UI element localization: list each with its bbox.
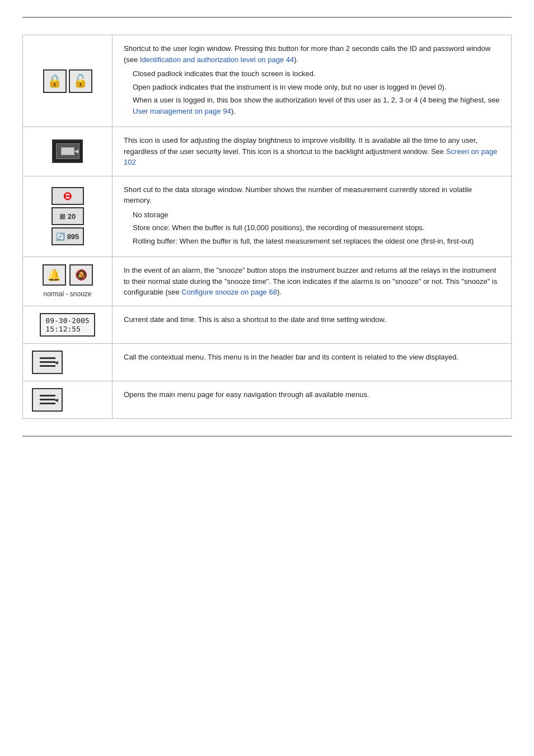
table-row: ◄ This icon is used for adjusting the di… [23, 127, 512, 176]
contextmenu-arrow-icon: ◄ [53, 359, 59, 366]
snooze-active-icon: 🔕 [75, 269, 87, 281]
snooze-desc-1: In the event of an alarm, the "snooze" b… [124, 265, 500, 298]
datetime-line1: 09-30-2005 [45, 316, 89, 325]
storage-desc-cell: Short cut to the data storage window. Nu… [113, 176, 512, 257]
closed-padlock-box[interactable]: 🔒 [43, 69, 67, 93]
mainmenu-desc-cell: Opens the main menu page for easy naviga… [113, 381, 512, 418]
snooze-icons: 🔔 🔕 normal - snooze [32, 264, 103, 298]
storage-desc-3: Store once: When the buffer is full (10,… [133, 222, 500, 234]
brightness-desc-cell: This icon is used for adjusting the disp… [113, 127, 512, 176]
datetime-desc-1: Current date and time. This is also a sh… [124, 314, 500, 325]
main-table: 🔒 🔓 Shortcut to the user login window. P… [22, 35, 512, 419]
snooze-active-box[interactable]: 🔕 [69, 264, 93, 286]
table-row: 09-30-2005 15:12:55 Current date and tim… [23, 306, 512, 343]
table-row: 🔔 🔕 normal - snooze In the event of an a… [23, 257, 512, 306]
storage-once-value: 20 [68, 212, 76, 221]
storage-once-box[interactable]: ▦ 20 [51, 207, 84, 225]
mainmenu-icon-box[interactable]: ◄ [32, 388, 63, 412]
open-padlock-box[interactable]: 🔓 [69, 69, 92, 93]
storage-nostorage-box[interactable]: ⊖ [51, 187, 84, 205]
datetime-icon-cell: 09-30-2005 15:12:55 [23, 306, 113, 343]
table-row: ◄ Call the contextual menu. This menu is… [23, 343, 512, 381]
snooze-row: 🔔 🔕 [43, 264, 93, 286]
datetime-desc-cell: Current date and time. This is also a sh… [113, 306, 512, 343]
storage-icon-cell: ⊖ ▦ 20 🔄 895 [23, 176, 113, 257]
open-padlock-icon: 🔓 [73, 74, 88, 88]
storage-desc-1: Short cut to the data storage window. Nu… [124, 184, 500, 206]
padlock-icon-cell: 🔒 🔓 [23, 35, 113, 127]
brightness-desc-1: This icon is used for adjusting the disp… [124, 135, 500, 168]
snooze-normal-box[interactable]: 🔔 [43, 264, 66, 286]
table-row: 🔒 🔓 Shortcut to the user login window. P… [23, 35, 512, 127]
padlock-desc-1: Shortcut to the user login window. Press… [124, 43, 500, 65]
bottom-rule [22, 436, 512, 437]
mainmenu-desc-1: Opens the main menu page for easy naviga… [124, 389, 500, 400]
contextmenu-desc-cell: Call the contextual menu. This menu is i… [113, 343, 512, 381]
padlock-desc-3: Open padlock indicates that the instrume… [133, 82, 500, 93]
brightness-icon-cell: ◄ [23, 127, 113, 176]
brightness-icon-box[interactable]: ◄ [52, 139, 83, 163]
mainmenu-icon-cell: ◄ [23, 381, 113, 418]
padlock-link-1[interactable]: Identification and authorization level o… [140, 55, 294, 64]
padlock-desc-4: When a user is logged in, this box show … [133, 95, 500, 116]
snooze-icon-cell: 🔔 🔕 normal - snooze [23, 257, 113, 306]
contextmenu-icon-cell: ◄ [23, 343, 113, 381]
storage-desc-4: Rolling buffer: When the buffer is full,… [133, 236, 500, 247]
storage-icons: ⊖ ▦ 20 🔄 895 [32, 187, 103, 245]
storage-rolling-value: 895 [67, 232, 79, 241]
padlock-link-2[interactable]: User management on page 94 [133, 107, 231, 115]
datetime-line2: 15:12:55 [45, 325, 89, 333]
padlock-desc-cell: Shortcut to the user login window. Press… [113, 35, 512, 127]
page-wrapper: 🔒 🔓 Shortcut to the user login window. P… [0, 0, 534, 454]
snooze-link[interactable]: Configure snooze on page 68 [181, 288, 277, 296]
snooze-normal-icon: 🔔 [47, 268, 61, 282]
top-rule [22, 17, 512, 18]
datetime-box[interactable]: 09-30-2005 15:12:55 [40, 313, 95, 337]
mainmenu-arrow-icon: ◄ [53, 396, 59, 403]
closed-padlock-icon: 🔒 [47, 74, 62, 88]
table-row: ⊖ ▦ 20 🔄 895 Short cut to the data stora… [23, 176, 512, 257]
contextmenu-desc-1: Call the contextual menu. This menu is i… [124, 352, 500, 363]
snooze-label: normal - snooze [43, 290, 91, 298]
padlock-icons: 🔒 🔓 [32, 69, 103, 93]
snooze-desc-cell: In the event of an alarm, the "snooze" b… [113, 257, 512, 306]
storage-desc-2: No storage [133, 209, 500, 221]
padlock-desc-2: Closed padlock indicates that the touch … [133, 68, 500, 80]
storage-rolling-box[interactable]: 🔄 895 [51, 227, 84, 245]
contextmenu-icon-box[interactable]: ◄ [32, 351, 63, 374]
table-row: ◄ Opens the main menu page for easy navi… [23, 381, 512, 418]
brightness-link[interactable]: Screen on page 102 [124, 147, 497, 167]
